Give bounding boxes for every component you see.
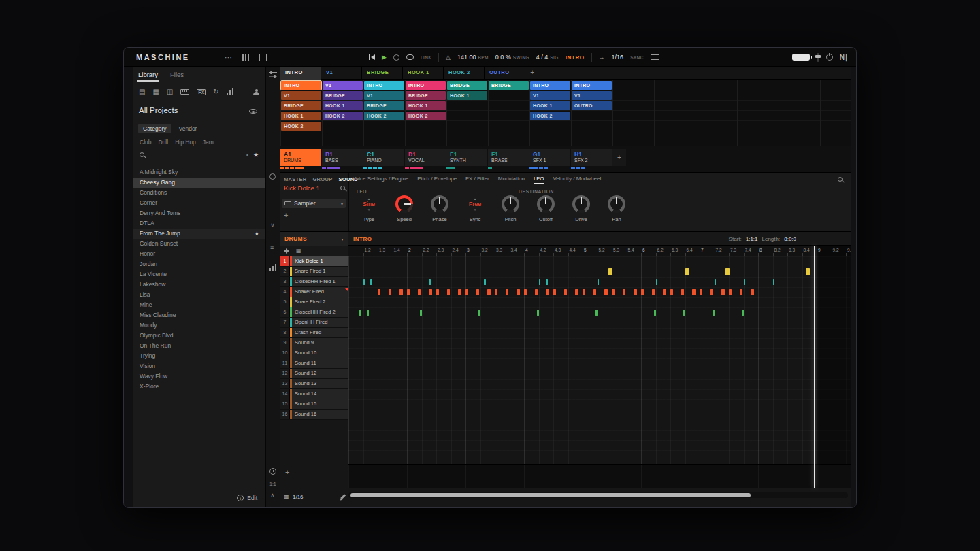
note-event[interactable]	[458, 289, 461, 295]
note-event[interactable]	[476, 289, 479, 295]
eye-icon[interactable]	[249, 109, 257, 114]
sound-row[interactable]: 2Snare Fired 1	[280, 267, 348, 277]
note-event[interactable]	[692, 289, 695, 295]
note-grid[interactable]	[348, 256, 851, 464]
page-tab-voice-settings-engine[interactable]: Voice Settings / Engine	[353, 176, 408, 184]
pattern-cell[interactable]: INTRO	[281, 81, 321, 90]
section-display[interactable]: INTRO	[566, 54, 585, 61]
automation-icon[interactable]	[270, 173, 276, 180]
list-item[interactable]: La Vicente	[133, 269, 265, 280]
pattern-cell[interactable]: BRIDGE	[323, 91, 363, 100]
pattern-cell[interactable]: HOOK 2	[364, 112, 404, 120]
sound-row[interactable]: 16Sound 16	[280, 410, 348, 420]
note-event[interactable]	[663, 289, 666, 295]
add-plugin-button[interactable]: +	[284, 211, 288, 219]
sound-row[interactable]: 13Sound 13	[280, 379, 348, 389]
master-volume-slider[interactable]	[792, 54, 810, 61]
playhead[interactable]	[440, 246, 440, 488]
knob-cutoff[interactable]	[537, 195, 555, 213]
list-item[interactable]: Moody	[133, 320, 265, 331]
note-event[interactable]	[683, 310, 685, 316]
note-event[interactable]	[773, 279, 775, 285]
list-item[interactable]: Wavy Flow	[133, 371, 265, 382]
fx-icon[interactable]: FX	[197, 89, 206, 95]
filter-tab-vendor[interactable]: Vendor	[174, 124, 202, 133]
plugin-search-icon[interactable]	[838, 177, 844, 183]
favorites-filter-icon[interactable]: ★	[253, 152, 259, 158]
add-sound-button[interactable]: +	[285, 468, 289, 476]
bpm-display[interactable]: 141.00BPM	[457, 54, 489, 61]
note-event[interactable]	[466, 289, 468, 295]
sound-row[interactable]: 7OpenHH Fired	[280, 318, 348, 328]
sync-toggle[interactable]: SYNC	[630, 55, 644, 60]
sound-row[interactable]: 12Sound 12	[280, 369, 348, 379]
loop-button[interactable]	[406, 54, 414, 60]
power-icon[interactable]	[826, 54, 833, 61]
list-item[interactable]: Cheesy Gang	[133, 178, 265, 188]
sound-row[interactable]: 3ClosedHH Fired 1	[280, 277, 348, 287]
browser-tab-library[interactable]: Library	[137, 69, 159, 82]
pattern-cell[interactable]: V1	[572, 91, 612, 100]
swing-display[interactable]: 0.0 %SWING	[495, 54, 529, 61]
knob-phase[interactable]	[431, 195, 448, 213]
list-item[interactable]: DTLA	[133, 218, 265, 229]
pattern-cell[interactable]: V1	[281, 91, 321, 100]
note-event[interactable]	[418, 289, 421, 295]
page-tab-modulation[interactable]: Modulation	[498, 176, 525, 184]
pattern-cell[interactable]: V1	[364, 91, 404, 100]
group-slot-b1[interactable]: B1BASS	[322, 149, 363, 166]
knob-pitch[interactable]	[502, 195, 519, 213]
sound-row[interactable]: 6ClosedHH Fired 2	[280, 307, 348, 318]
list-item[interactable]: Honor	[133, 249, 265, 259]
mute-icon[interactable]	[284, 248, 290, 254]
step-grid-icon[interactable]: ▦	[296, 248, 301, 254]
note-event[interactable]	[725, 268, 730, 276]
note-event[interactable]	[575, 289, 578, 295]
timeline-ruler[interactable]: 1.21.31.422.22.32.433.23.33.444.24.34.45…	[348, 246, 851, 256]
note-event[interactable]	[604, 289, 607, 295]
link-toggle[interactable]: LINK	[421, 55, 431, 60]
selector-type[interactable]: ▴Sine▾	[363, 195, 375, 213]
pattern-cell[interactable]: BRIDGE	[447, 81, 487, 90]
level-tab-master[interactable]: MASTER	[284, 176, 306, 182]
pattern-cell[interactable]: HOOK 1	[281, 112, 321, 120]
sound-row[interactable]: 5Snare Fired 2	[280, 297, 348, 307]
list-item[interactable]: Vision	[133, 361, 265, 371]
pattern-cell[interactable]: OUTRO	[572, 101, 612, 110]
add-group-button[interactable]: +	[612, 149, 626, 166]
group-slot-h1[interactable]: H1SFX 2	[571, 149, 612, 166]
pattern-cell[interactable]: HOOK 1	[323, 101, 363, 110]
note-event[interactable]	[641, 289, 644, 295]
note-event[interactable]	[685, 268, 689, 276]
note-event[interactable]	[564, 289, 567, 295]
sound-row[interactable]: 11Sound 11	[280, 358, 348, 369]
sounds-icon[interactable]: ◫	[167, 88, 173, 95]
grid-icon[interactable]: ▦	[284, 494, 289, 499]
note-event[interactable]	[495, 289, 497, 295]
note-event[interactable]	[652, 289, 655, 295]
note-event[interactable]	[806, 268, 810, 276]
group-selector[interactable]: DRUMS ▾	[280, 232, 348, 246]
list-item[interactable]: X-Plore	[133, 382, 265, 392]
list-item[interactable]: On The Run	[133, 341, 265, 351]
list-item[interactable]: A Midnight Sky	[133, 167, 265, 178]
list-item[interactable]: Golden Sunset	[133, 239, 265, 249]
group-slot-d1[interactable]: D1VOCAL	[405, 149, 446, 166]
user-content-icon[interactable]	[253, 89, 259, 95]
scrollbar-thumb[interactable]	[350, 493, 751, 497]
note-event[interactable]	[478, 310, 480, 316]
pattern-name[interactable]: INTRO	[353, 236, 372, 242]
note-event[interactable]	[535, 289, 538, 295]
clear-search-icon[interactable]: ×	[246, 152, 249, 158]
groups-icon[interactable]: ▦	[152, 88, 159, 95]
scene-tab-intro[interactable]: INTRO	[280, 67, 321, 80]
loops-icon[interactable]: ↻	[213, 88, 218, 95]
note-event[interactable]	[593, 289, 596, 295]
note-event[interactable]	[447, 289, 450, 295]
page-tab-pitch-envelope[interactable]: Pitch / Envelope	[417, 176, 457, 184]
star-icon[interactable]: ★	[255, 229, 259, 239]
list-item[interactable]: From The Jump★	[133, 229, 265, 239]
note-event[interactable]	[429, 289, 431, 295]
note-event[interactable]	[700, 289, 702, 295]
pattern-cell[interactable]: V1	[323, 81, 363, 90]
